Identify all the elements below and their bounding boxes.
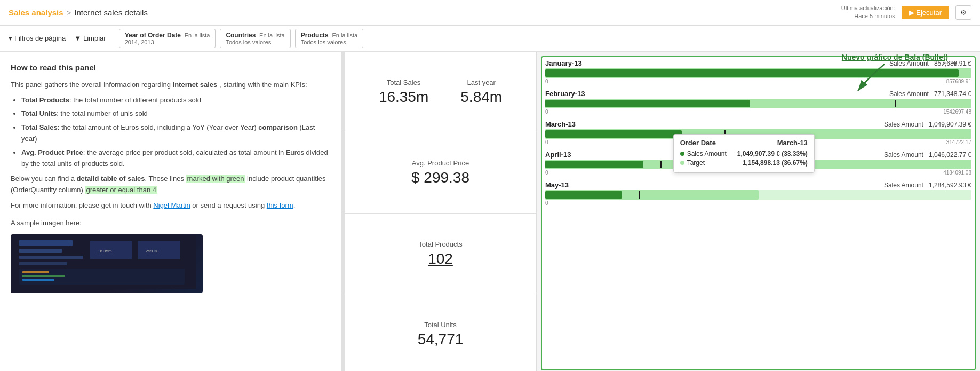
bullet-marker-may bbox=[639, 191, 640, 199]
sample-image-svg: 16.35m 299.38 bbox=[15, 235, 196, 289]
funnel-icon: ▼ bbox=[74, 34, 81, 42]
filter-tag-countries[interactable]: Countries En la lista Todos los valores bbox=[220, 29, 290, 48]
svg-rect-12 bbox=[22, 279, 54, 281]
bullet-track-may[interactable] bbox=[545, 190, 971, 200]
filter-clear-label: Limpiar bbox=[83, 34, 106, 42]
tooltip-header: Order Date March-13 bbox=[680, 139, 808, 147]
execute-button[interactable]: ▶ Ejecutar bbox=[902, 6, 949, 19]
breadcrumb-separator: > bbox=[67, 8, 71, 17]
topbar: Sales analysis > Internet sales details … bbox=[0, 0, 980, 26]
bullet-axis-jan: 0 857689.91 bbox=[545, 78, 971, 84]
filter-tag-year[interactable]: Year of Order Date En la lista 2014, 201… bbox=[119, 29, 216, 48]
bullet-row-feb: February-13 Sales Amount 771,348.74 € 0 … bbox=[545, 90, 971, 115]
dot-green-icon bbox=[680, 152, 684, 156]
bullet-month-mar: March-13 bbox=[545, 120, 576, 128]
sample-label: A sample imagen here: bbox=[11, 218, 330, 229]
filter-icon[interactable]: ▼ bbox=[950, 59, 960, 69]
kpi-total-sales: Total Sales 16.35m Last year 5.84m bbox=[345, 52, 536, 133]
tooltip-target-value: 1,154,898.13 (36.67%) bbox=[743, 159, 808, 167]
filter-tags: Year of Order Date En la lista 2014, 201… bbox=[119, 29, 364, 48]
kpi-list-item: Total Sales: the total amount of Euros s… bbox=[21, 122, 330, 145]
bullet-month-apr: April-13 bbox=[545, 151, 571, 159]
dot-lightgreen-icon bbox=[680, 161, 684, 165]
bullet-main-bar-mar bbox=[545, 130, 682, 138]
right-wrapper: Nuevo gráfico de Bala (Bullet) ⤢ ▼ … bbox=[537, 52, 980, 371]
kpi-total-units: Total Units 54,771 bbox=[345, 294, 536, 371]
bullet-month-feb: February-13 bbox=[545, 90, 585, 98]
svg-rect-7 bbox=[138, 241, 180, 259]
topbar-right: Última actualización: Hace 5 minutos ▶ E… bbox=[841, 4, 971, 21]
bullet-chart-panel: ⤢ ▼ … January-13 Sales Amount 857,689.91… bbox=[541, 56, 976, 370]
kpi-total-sales-value: 16.35m bbox=[379, 89, 428, 106]
bullet-header-feb: February-13 Sales Amount 771,348.74 € bbox=[545, 90, 971, 98]
kpi-list-item: Total Products: the total number of diff… bbox=[21, 95, 330, 106]
bullet-axis-feb: 0 1542697.48 bbox=[545, 109, 971, 115]
last-update-value: Hace 5 minutos bbox=[854, 13, 895, 19]
svg-rect-11 bbox=[22, 275, 65, 277]
highlight-green2: greater or equal than 4 bbox=[85, 186, 157, 194]
last-update: Última actualización: Hace 5 minutos bbox=[841, 4, 895, 21]
svg-rect-3 bbox=[19, 256, 83, 259]
tooltip-order-date-label: Order Date bbox=[680, 139, 716, 147]
kpi-panel: Total Sales 16.35m Last year 5.84m Avg. … bbox=[345, 52, 537, 371]
left-panel-title: How to read this panel bbox=[11, 61, 330, 74]
breadcrumb-sales-analysis[interactable]: Sales analysis bbox=[9, 8, 63, 17]
bullet-marker-feb bbox=[895, 100, 896, 107]
kpi-avg-price-value: $ 299.38 bbox=[411, 169, 469, 186]
left-panel: How to read this panel This panel gather… bbox=[0, 52, 341, 371]
left-panel-intro: This panel gathers the overall informaci… bbox=[11, 80, 330, 91]
nigel-martin-link[interactable]: Nigel Martin bbox=[153, 201, 190, 209]
bullet-main-bar-may bbox=[545, 191, 622, 199]
bullet-row-mar: March-13 Sales Amount 1,049,907.39 € 0 3… bbox=[545, 120, 971, 145]
svg-rect-10 bbox=[22, 271, 49, 273]
bullet-month-jan: January-13 bbox=[545, 59, 582, 67]
main-layout: How to read this panel This panel gather… bbox=[0, 52, 980, 371]
bullet-track-jan[interactable] bbox=[545, 68, 971, 78]
chevron-down-icon: ▾ bbox=[9, 34, 12, 42]
filter-products-label: Products En la lista bbox=[301, 31, 357, 39]
kpi-list: Total Products: the total number of diff… bbox=[21, 95, 330, 170]
bullet-axis-may: 0 bbox=[545, 200, 971, 206]
breadcrumb-current-page: Internet sales details bbox=[74, 8, 148, 17]
tooltip-order-date-value: March-13 bbox=[777, 139, 808, 147]
chart-toolbar: ⤢ ▼ … bbox=[937, 58, 974, 70]
kpi-total-units-value: 54,771 bbox=[418, 331, 464, 348]
bullet-main-bar-jan bbox=[545, 69, 959, 77]
more-options-icon[interactable]: … bbox=[962, 59, 971, 69]
bullet-chart-container: January-13 Sales Amount 857,689.91 € 0 8… bbox=[542, 57, 975, 369]
kpi-total-products-value: 102 bbox=[428, 250, 453, 267]
bullet-amount-may: Sales Amount 1,284,592.93 € bbox=[884, 181, 971, 189]
filter-page-toggle[interactable]: ▾ Filtros de página bbox=[9, 34, 66, 42]
kpi-last-year-label: Last year bbox=[460, 78, 502, 86]
filter-clear-button[interactable]: ▼ Limpiar bbox=[74, 34, 106, 42]
gear-button[interactable]: ⚙ bbox=[955, 5, 971, 20]
this-form-link[interactable]: this form bbox=[267, 201, 293, 209]
kpi-avg-price: Avg. Product Price $ 299.38 bbox=[345, 132, 536, 214]
highlight-green: marked with green bbox=[186, 175, 245, 183]
filter-countries-value: Todos los valores bbox=[226, 39, 284, 45]
bullet-header-jan: January-13 Sales Amount 857,689.91 € bbox=[545, 59, 971, 67]
tooltip-sales-value: 1,049,907.39 € (33.33%) bbox=[737, 150, 808, 157]
bullet-amount-feb: Sales Amount 771,348.74 € bbox=[889, 90, 971, 98]
filter-year-value: 2014, 2013 bbox=[125, 39, 210, 45]
contact-paragraph: For more information, please get in touc… bbox=[11, 200, 330, 211]
tooltip-target-label: Target bbox=[680, 159, 705, 167]
kpi-total-units-label: Total Units bbox=[424, 321, 457, 329]
bullet-amount-mar: Sales Amount 1,049,907.39 € bbox=[884, 121, 971, 128]
bullet-main-bar-apr bbox=[545, 161, 643, 168]
bullet-amount-apr: Sales Amount 1,046,022.77 € bbox=[884, 151, 971, 159]
march-tooltip: Order Date March-13 Sales Amount 1,049,9… bbox=[673, 134, 815, 173]
svg-rect-4 bbox=[19, 262, 67, 265]
bullet-main-bar-feb bbox=[545, 100, 750, 107]
expand-icon[interactable]: ⤢ bbox=[939, 59, 948, 69]
bullet-track-feb[interactable] bbox=[545, 99, 971, 108]
bullet-marker-apr bbox=[660, 161, 662, 168]
bullet-row-jan: January-13 Sales Amount 857,689.91 € 0 8… bbox=[545, 59, 971, 84]
bullet-month-may: May-13 bbox=[545, 181, 569, 189]
last-update-label: Última actualización: bbox=[841, 5, 895, 11]
filter-tag-products[interactable]: Products En la lista Todos los valores bbox=[295, 29, 363, 48]
tooltip-row-target: Target 1,154,898.13 (36.67%) bbox=[680, 159, 808, 167]
kpi-total-products: Total Products 102 bbox=[345, 214, 536, 295]
kpi-last-year-value: 5.84m bbox=[460, 89, 502, 106]
detail-paragraph: Below you can find a detaild table of sa… bbox=[11, 173, 330, 196]
